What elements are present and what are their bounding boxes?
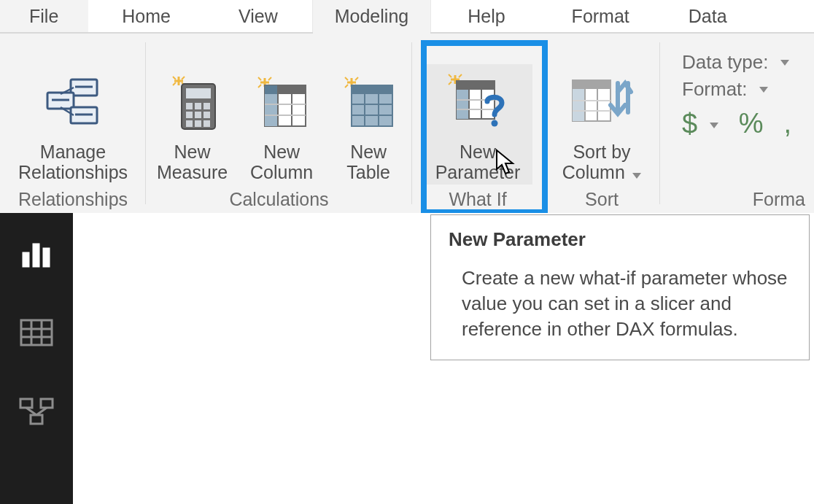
label: Format:: [682, 78, 748, 101]
svg-rect-23: [195, 120, 201, 127]
table-icon: [20, 319, 53, 346]
button-label: Column: [250, 162, 313, 183]
calculator-icon: [160, 70, 225, 136]
tab-file[interactable]: File: [0, 0, 88, 32]
tooltip-title: New Parameter: [449, 228, 791, 251]
tab-help[interactable]: Help: [431, 0, 542, 32]
tooltip-body: Create a new what-if parameter whose val…: [449, 265, 791, 342]
group-label: Forma: [753, 189, 808, 210]
button-label: Parameter: [435, 162, 521, 183]
svg-rect-22: [186, 120, 193, 127]
svg-rect-74: [23, 252, 29, 267]
svg-rect-84: [31, 415, 42, 424]
button-label: Column: [562, 162, 625, 182]
group-label: Calculations: [229, 189, 328, 210]
chevron-down-icon: [632, 173, 641, 179]
tab-modeling[interactable]: Modeling: [312, 0, 431, 32]
new-parameter-button[interactable]: New Parameter: [423, 64, 532, 185]
chevron-down-icon: [759, 87, 768, 93]
tab-data[interactable]: Data: [659, 0, 745, 32]
group-label: Relationships: [18, 189, 128, 210]
manage-relationships-button[interactable]: Manage Relationships: [12, 64, 133, 185]
button-label: Relationships: [18, 162, 128, 183]
new-table-button[interactable]: New Table: [330, 64, 407, 185]
svg-rect-20: [195, 112, 201, 118]
svg-point-64: [492, 120, 498, 126]
tooltip: New Parameter Create a new what-if param…: [430, 214, 810, 360]
format-dropdown[interactable]: Format:: [682, 78, 768, 101]
svg-line-11: [182, 77, 185, 80]
report-view-button[interactable]: [18, 235, 55, 273]
svg-line-28: [268, 77, 271, 80]
svg-rect-19: [186, 112, 193, 118]
svg-rect-24: [204, 120, 210, 127]
data-type-dropdown[interactable]: Data type:: [682, 51, 789, 74]
tab-label: Help: [468, 6, 505, 27]
svg-rect-17: [195, 103, 201, 109]
tab-label: Format: [572, 6, 629, 27]
ribbon-tabs: File Home View Modeling Help Format Data: [0, 0, 814, 34]
sort-icon: [569, 70, 635, 136]
svg-rect-76: [43, 248, 50, 267]
percent-format-button[interactable]: %: [739, 108, 764, 139]
button-label: New: [350, 141, 387, 163]
ribbon: Manage Relationships Relationships: [0, 34, 814, 213]
tab-label: View: [239, 6, 278, 27]
svg-rect-18: [204, 103, 210, 109]
svg-line-27: [258, 77, 261, 80]
svg-line-55: [449, 82, 451, 85]
group-sort: Sort by Column Sort: [543, 34, 660, 213]
table-column-icon: [249, 70, 314, 136]
chevron-down-icon: [780, 60, 789, 66]
tab-label: Data: [689, 6, 727, 27]
tab-label: Home: [122, 6, 171, 27]
svg-rect-77: [21, 320, 52, 345]
svg-rect-34: [265, 85, 278, 94]
table-icon: [336, 70, 401, 136]
comma-format-button[interactable]: ,: [784, 108, 792, 139]
svg-rect-16: [186, 103, 193, 109]
new-column-button[interactable]: New Column: [242, 64, 321, 185]
group-calculations: New Measure: [146, 34, 412, 213]
svg-line-43: [345, 85, 348, 88]
dollar-icon: $: [682, 108, 697, 139]
svg-rect-82: [20, 399, 32, 408]
svg-line-53: [449, 74, 451, 77]
button-label: New: [263, 141, 300, 163]
bar-chart-icon: [20, 239, 53, 268]
tab-home[interactable]: Home: [88, 0, 205, 32]
svg-rect-67: [573, 89, 585, 121]
button-label: Measure: [157, 162, 228, 183]
group-label: What If: [449, 189, 506, 210]
svg-rect-75: [33, 244, 39, 267]
button-label: New: [174, 141, 211, 163]
sort-by-column-button[interactable]: Sort by Column: [554, 64, 649, 185]
label: Data type:: [682, 51, 769, 74]
button-label: Manage: [40, 141, 106, 163]
model-view-button[interactable]: [18, 392, 55, 430]
tab-format[interactable]: Format: [543, 0, 659, 32]
svg-line-41: [345, 77, 348, 80]
view-sidebar: [0, 213, 73, 504]
svg-rect-58: [457, 81, 495, 90]
tab-view[interactable]: View: [205, 0, 312, 32]
svg-line-54: [459, 74, 462, 77]
svg-rect-15: [186, 88, 211, 98]
svg-rect-59: [457, 90, 469, 119]
button-label: New: [460, 141, 496, 163]
data-view-button[interactable]: [18, 314, 55, 352]
svg-line-12: [173, 82, 176, 85]
model-icon: [19, 396, 54, 427]
button-label: Sort by: [573, 141, 630, 163]
group-label: Sort: [585, 189, 619, 210]
svg-line-42: [355, 77, 358, 80]
new-measure-button[interactable]: New Measure: [151, 64, 233, 185]
parameter-icon: [445, 70, 511, 136]
tab-label: File: [29, 6, 58, 27]
svg-rect-21: [204, 112, 210, 118]
currency-format-button[interactable]: $: [682, 108, 718, 139]
svg-rect-66: [573, 80, 610, 89]
svg-line-10: [173, 77, 176, 80]
button-label: Table: [346, 162, 390, 183]
group-whatif: New Parameter What If: [412, 34, 543, 213]
